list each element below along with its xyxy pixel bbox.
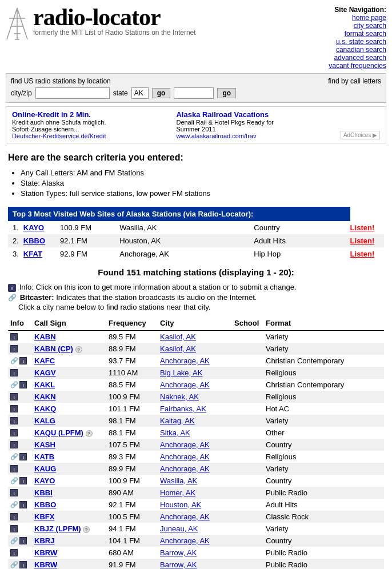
callsign-link[interactable]: KATB [34, 452, 54, 461]
frequency-cell: 680 AM [106, 547, 158, 559]
info-icon[interactable]: i [19, 561, 27, 568]
frequency-cell: 100.5 FM [106, 511, 158, 523]
top3-format-3: Hip Hop [249, 247, 350, 261]
info-icon[interactable]: i [10, 513, 18, 520]
callsign-link[interactable]: KBFX [34, 512, 54, 521]
nav-home[interactable]: home page [306, 14, 386, 22]
city-link[interactable]: Anchorage, AK [160, 452, 210, 461]
city-link[interactable]: Anchorage, AK [160, 440, 210, 449]
info-icon[interactable]: i [10, 417, 18, 424]
callsign-link[interactable]: KBRW [34, 560, 57, 569]
nav-state-search[interactable]: u.s. state search [306, 38, 386, 46]
nav-canadian-search[interactable]: canadian search [306, 46, 386, 54]
top3-call-2[interactable]: KBBO [23, 237, 45, 245]
callsign-link[interactable]: KASH [34, 440, 55, 449]
callsign-link[interactable]: KAFC [34, 356, 55, 365]
info-icon[interactable]: i [19, 357, 27, 364]
ad-2-link[interactable]: www.alaskarailroad.com/trav [176, 133, 329, 139]
nav-format-search[interactable]: format search [306, 30, 386, 38]
ad-1-title[interactable]: Online-Kredit in 2 Min. [12, 110, 165, 119]
icons-cell: 🔗i [8, 451, 32, 463]
school-cell [232, 379, 263, 391]
city-link[interactable]: Homer, AK [160, 488, 195, 497]
info-icon[interactable]: i [10, 549, 18, 556]
callsign-link[interactable]: KAKL [34, 380, 55, 389]
icons-cell: 🔗i [8, 355, 32, 367]
nav-city-search[interactable]: city search [306, 22, 386, 30]
callsign-cell: KABN (CP) ? [32, 343, 106, 355]
callsign-link[interactable]: KAUG [34, 464, 56, 473]
city-link[interactable]: Naknek, AK [160, 392, 199, 401]
info-icon[interactable]: i [19, 381, 27, 388]
info-icon[interactable]: i [10, 393, 18, 400]
callsign-link[interactable]: KAKQ [34, 404, 56, 413]
search-criteria-title: Here are the search criteria you entered… [8, 153, 384, 163]
callsign-link[interactable]: KAKN [34, 392, 56, 401]
frequency-cell: 98.1 FM [106, 415, 158, 427]
callsign-link[interactable]: KABN [34, 332, 56, 341]
city-link[interactable]: Anchorage, AK [160, 536, 210, 545]
callsign-link[interactable]: KBBO [34, 500, 56, 509]
city-cell: Barrow, AK [158, 559, 232, 569]
info-icon[interactable]: i [10, 405, 18, 412]
city-zip-input[interactable] [35, 87, 110, 99]
nav-advanced-search[interactable]: advanced search [306, 54, 386, 62]
callsign-go-button[interactable]: go [217, 88, 236, 98]
bitcast-icon: 🔗 [10, 357, 18, 364]
ad-1-link[interactable]: Deutscher-Kreditservice.de/Kredit [12, 133, 165, 139]
info-icon[interactable]: i [10, 489, 18, 496]
callsign-link[interactable]: KABN (CP) [34, 344, 73, 353]
info-icon[interactable]: i [10, 429, 18, 436]
city-link[interactable]: Kasilof, AK [160, 332, 196, 341]
info-icon[interactable]: i [19, 537, 27, 544]
callsign-link[interactable]: KBJZ (LPFM) [34, 524, 81, 533]
info-icon[interactable]: i [10, 525, 18, 532]
city-link[interactable]: Barrow, AK [160, 548, 197, 557]
info-icon[interactable]: i [10, 333, 18, 340]
info-icon[interactable]: i [10, 345, 18, 352]
city-link[interactable]: Fairbanks, AK [160, 404, 206, 413]
location-go-button[interactable]: go [152, 88, 171, 98]
city-link[interactable]: Wasilla, AK [160, 476, 197, 485]
state-input[interactable] [131, 87, 149, 99]
callsign-link[interactable]: KALG [34, 416, 55, 425]
city-link[interactable]: Anchorage, AK [160, 464, 210, 473]
bitcaster-label: Bitcaster: [20, 293, 54, 302]
frequency-cell: 91.9 FM [106, 559, 158, 569]
info-icon[interactable]: i [19, 477, 27, 484]
info-icon[interactable]: i [10, 465, 18, 472]
city-link[interactable]: Sitka, AK [160, 428, 190, 437]
top3-call-1[interactable]: KAYO [23, 223, 44, 232]
callsign-link[interactable]: KAQU (LPFM) [34, 428, 83, 437]
city-link[interactable]: Barrow, AK [160, 560, 197, 569]
callsign-link[interactable]: KAGV [34, 368, 56, 377]
top3-freq-2: 92.1 FM [55, 234, 115, 247]
callsign-link[interactable]: KBBI [34, 488, 53, 497]
ad-2-title[interactable]: Alaska Railroad Vacations [176, 110, 329, 119]
city-link[interactable]: Anchorage, AK [160, 380, 210, 389]
nav-vacant-freq[interactable]: vacant frequencies [306, 62, 386, 70]
city-link[interactable]: Juneau, AK [160, 524, 198, 533]
info-icon[interactable]: i [19, 501, 27, 508]
callsign-input[interactable] [174, 87, 214, 99]
top3-listen-1[interactable]: Listen! [350, 223, 375, 232]
frequency-cell: 89.9 FM [106, 463, 158, 475]
top3-call-3[interactable]: KFAT [23, 250, 42, 258]
city-link[interactable]: Houston, AK [160, 500, 201, 509]
callsign-link[interactable]: KAYO [34, 476, 55, 485]
city-link[interactable]: Big Lake, AK [160, 368, 202, 377]
city-link[interactable]: Kaltag, AK [160, 416, 195, 425]
info-icon[interactable]: i [10, 441, 18, 448]
city-link[interactable]: Anchorage, AK [160, 512, 210, 521]
callsign-link[interactable]: KBRW [34, 548, 57, 557]
callsign-link[interactable]: KBRJ [34, 536, 54, 545]
top3-listen-2[interactable]: Listen! [350, 237, 375, 245]
city-link[interactable]: Anchorage, AK [160, 356, 210, 365]
city-link[interactable]: Kasilof, AK [160, 344, 196, 353]
info-icon[interactable]: i [10, 369, 18, 376]
table-row: 🔗iKAKL88.5 FMAnchorage, AKChristian Cont… [8, 379, 384, 391]
table-row: iKBFX100.5 FMAnchorage, AKClassic Rock [8, 511, 384, 523]
top3-listen-3[interactable]: Listen! [350, 250, 375, 258]
city-cell: Wasilla, AK [158, 475, 232, 487]
info-icon[interactable]: i [19, 453, 27, 460]
